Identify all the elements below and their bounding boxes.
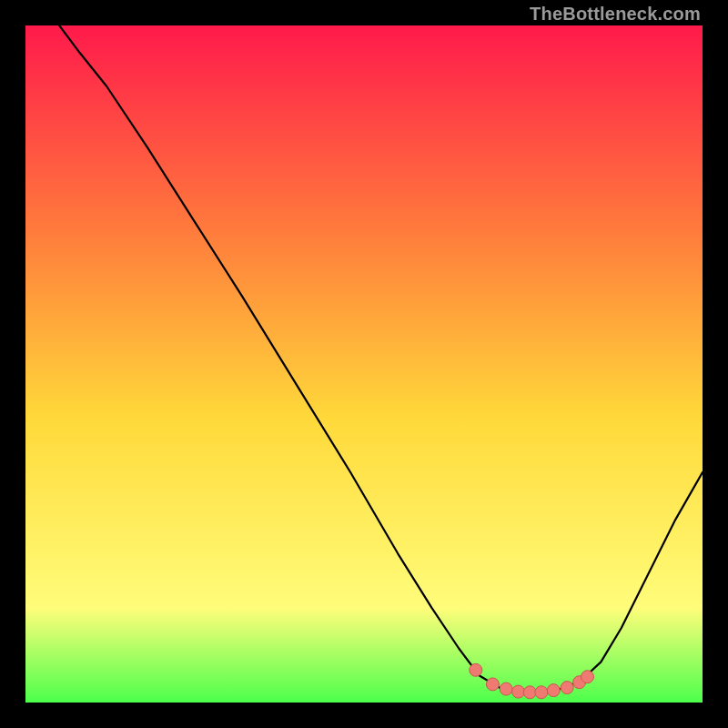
data-point bbox=[486, 678, 499, 691]
data-point bbox=[547, 684, 560, 697]
data-point bbox=[523, 686, 536, 699]
data-point bbox=[470, 663, 482, 676]
attribution-text: TheBottleneck.com bbox=[530, 4, 701, 25]
gradient-background bbox=[25, 25, 703, 703]
data-point bbox=[561, 682, 573, 694]
chart-frame: TheBottleneck.com bbox=[0, 0, 728, 728]
data-point bbox=[535, 686, 548, 699]
bottleneck-curve-chart bbox=[25, 25, 703, 703]
data-point bbox=[500, 682, 512, 695]
data-point bbox=[512, 685, 525, 698]
data-point bbox=[581, 671, 594, 683]
plot-area bbox=[25, 25, 703, 703]
